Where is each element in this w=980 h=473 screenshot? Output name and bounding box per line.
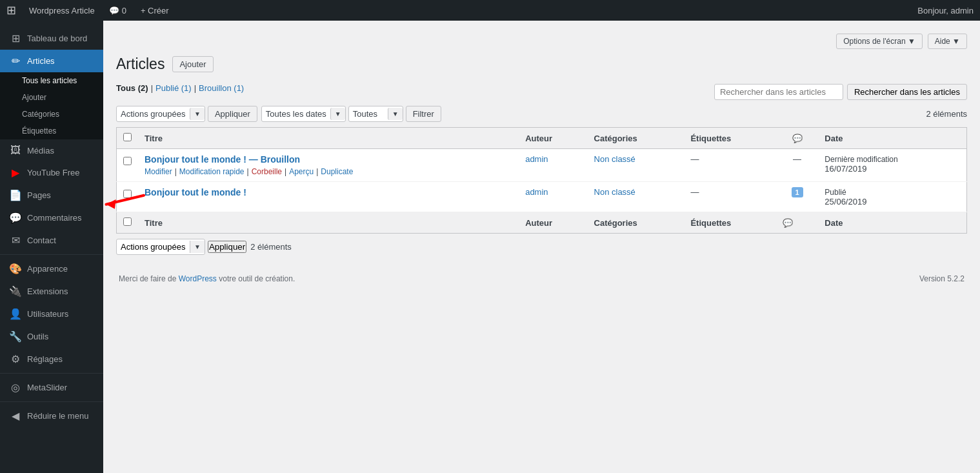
screen-options-button[interactable]: Options de l'écran ▼ [836, 34, 923, 49]
actions-groupees-arrow-bottom[interactable]: ▼ [190, 241, 205, 253]
row1-auteur-link[interactable]: admin [525, 154, 548, 164]
comments-link[interactable]: 💬 0 [104, 6, 132, 15]
etiquettes-header[interactable]: Étiquettes [684, 128, 775, 149]
categories-arrow[interactable]: ▼ [388, 108, 403, 120]
appliquer-button-bottom[interactable]: Appliquer [208, 241, 246, 253]
filter-tous[interactable]: Tous (2) [116, 83, 148, 93]
row2-auteur-link[interactable]: admin [525, 187, 548, 197]
appliquer-button-top[interactable]: Appliquer [208, 106, 257, 122]
row1-duplicate-link[interactable]: Duplicate [321, 167, 353, 176]
row1-actions: Modifier | Modification rapide | Corbeil… [145, 167, 512, 176]
actions-groupees-group: Actions groupées ▼ Appliquer [116, 106, 257, 122]
creer-link[interactable]: + Créer [135, 6, 174, 15]
row2-categorie-link[interactable]: Non classé [594, 187, 635, 197]
sidebar-label-youtube-free: YouTube Free [27, 168, 79, 177]
footer-left: Merci de faire de WordPress votre outil … [119, 274, 295, 283]
row1-checkbox-cell [117, 149, 139, 182]
sidebar-item-medias[interactable]: 🖼 Médias [0, 139, 103, 161]
site-name[interactable]: Wordpress Article [24, 6, 100, 15]
dates-arrow[interactable]: ▼ [330, 108, 345, 120]
categories-select[interactable]: Toutes [349, 106, 388, 121]
row2-date-value: 25/06/2019 [825, 197, 866, 206]
sidebar-label-pages: Pages [27, 190, 51, 200]
sidebar-item-youtube-free[interactable]: ▶ YouTube Free [0, 161, 103, 184]
categories-header[interactable]: Catégories [588, 128, 685, 149]
row1-categorie-cell: Non classé [588, 149, 685, 182]
row2-comment-cell: 1 [776, 182, 819, 212]
search-button[interactable]: Rechercher dans les articles [847, 84, 967, 100]
metaslider-icon: ◎ [9, 381, 22, 394]
auteur-header[interactable]: Auteur [519, 128, 587, 149]
table-head: Titre Auteur Catégories Étiquettes 💬 Dat… [117, 128, 967, 149]
sidebar-item-reduire-menu[interactable]: ◀ Réduire le menu [0, 405, 103, 427]
reglages-icon: ⚙ [9, 353, 22, 365]
sidebar-item-pages[interactable]: 📄 Pages [0, 184, 103, 206]
sidebar-item-commentaires[interactable]: 💬 Commentaires [0, 206, 103, 229]
sidebar-item-outils[interactable]: 🔧 Outils [0, 325, 103, 348]
row2-title-link[interactable]: Bonjour tout le monde ! [145, 187, 246, 197]
search-bar: Rechercher dans les articles [714, 84, 967, 100]
row1-etiquettes-value: — [690, 154, 699, 164]
sidebar-label-tableau-de-bord: Tableau de bord [27, 34, 87, 43]
actions-groupees-select-wrapper-bottom: Actions groupées ▼ [116, 239, 205, 255]
row1-date-value: 16/07/2019 [825, 164, 866, 174]
commentaires-footer: 💬 [776, 212, 819, 234]
sidebar-label-medias: Médias [27, 146, 54, 156]
titre-header[interactable]: Titre [138, 128, 519, 149]
sidebar-item-reglages[interactable]: ⚙ Réglages [0, 348, 103, 370]
row1-checkbox[interactable] [123, 157, 132, 165]
row2-date-cell: Publié 25/06/2019 [818, 182, 966, 212]
sidebar-item-extensions[interactable]: 🔌 Extensions [0, 280, 103, 303]
actions-groupees-select[interactable]: Actions groupées [117, 106, 190, 121]
screen-options-bar: Options de l'écran ▼ Aide ▼ [116, 34, 967, 49]
sidebar-item-articles[interactable]: ✏ Articles [0, 50, 103, 72]
row1-corbeille-link[interactable]: Corbeille [252, 167, 282, 176]
menu-separator-2 [0, 373, 103, 374]
search-input[interactable] [714, 84, 843, 100]
filter-publie[interactable]: Publié (1) [155, 83, 192, 93]
sidebar-item-contact[interactable]: ✉ Contact [0, 229, 103, 252]
row1-apercu-link[interactable]: Aperçu [289, 167, 314, 176]
submenu-tous-les-articles[interactable]: Tous les articles [0, 72, 103, 89]
check-column-header [117, 128, 139, 149]
elements-count-bottom: 2 éléments [250, 242, 292, 252]
row1-modifier-link[interactable]: Modifier [145, 167, 172, 176]
select-all-checkbox[interactable] [123, 133, 132, 141]
row2-checkbox[interactable] [123, 190, 132, 198]
dashboard-icon: ⊞ [9, 32, 22, 45]
add-new-button[interactable]: Ajouter [172, 56, 213, 72]
sidebar-label-outils: Outils [27, 332, 48, 341]
row1-date-label: Dernière modification [825, 155, 897, 164]
row1-title-link[interactable]: Bonjour tout le monde ! — Brouillon [145, 154, 300, 165]
submenu-ajouter[interactable]: Ajouter [0, 89, 103, 106]
filtrer-button[interactable]: Filtrer [406, 106, 441, 122]
row2-checkbox-cell [117, 182, 139, 212]
sidebar-label-utilisateurs: Utilisateurs [27, 309, 68, 319]
row1-categorie-link[interactable]: Non classé [594, 154, 635, 164]
footer-version: Version 5.2.2 [919, 274, 965, 283]
aide-button[interactable]: Aide ▼ [928, 34, 967, 49]
outils-icon: 🔧 [9, 330, 22, 343]
filter-publie-count: 1 [184, 83, 188, 93]
dates-select-wrapper: Toutes les dates ▼ [261, 106, 346, 122]
dates-select[interactable]: Toutes les dates [262, 106, 330, 121]
filter-brouillon-count: 1 [237, 83, 241, 93]
footer-wordpress-link[interactable]: WordPress [179, 274, 217, 283]
filter-brouillon[interactable]: Brouillon (1) [199, 83, 244, 93]
categories-footer: Catégories [588, 212, 685, 234]
footer-merci-text2: votre outil de création. [219, 274, 295, 283]
submenu-categories[interactable]: Catégories [0, 106, 103, 123]
comments-icon: 💬 [109, 6, 119, 15]
select-all-checkbox-bottom[interactable] [123, 217, 132, 226]
sidebar-item-metaslider[interactable]: ◎ MetaSlider [0, 376, 103, 399]
actions-groupees-arrow[interactable]: ▼ [190, 108, 205, 120]
date-header[interactable]: Date [818, 128, 966, 149]
row1-etiquettes-cell: — [684, 149, 775, 182]
sidebar-item-tableau-de-bord[interactable]: ⊞ Tableau de bord [0, 27, 103, 50]
actions-groupees-select-bottom[interactable]: Actions groupées [117, 239, 190, 254]
sidebar-item-utilisateurs[interactable]: 👤 Utilisateurs [0, 303, 103, 325]
row1-modification-rapide-link[interactable]: Modification rapide [179, 167, 245, 176]
sidebar-item-apparence[interactable]: 🎨 Apparence [0, 257, 103, 280]
submenu-etiquettes[interactable]: Étiquettes [0, 123, 103, 139]
pages-icon: 📄 [9, 189, 22, 201]
